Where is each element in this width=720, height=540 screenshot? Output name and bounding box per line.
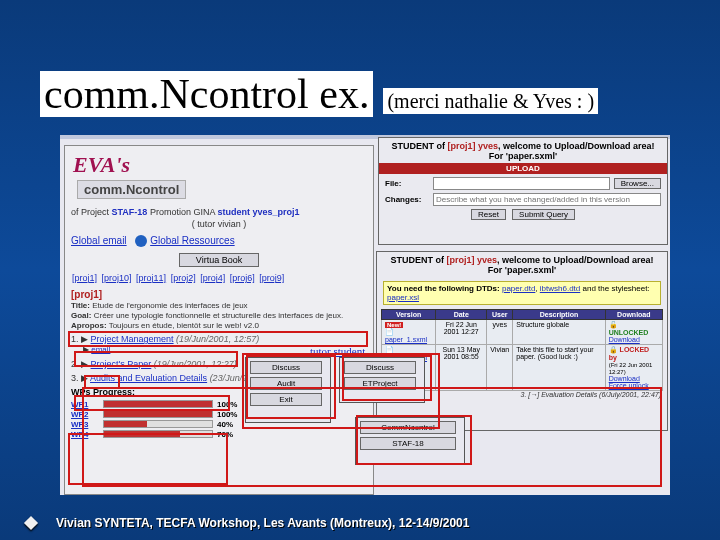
global-email-link[interactable]: Global email — [71, 235, 127, 246]
tab-proj2[interactable]: [proj2] — [171, 273, 196, 283]
project-tabs: [proj1] [proj10] [proj11] [proj2] [proj4… — [71, 273, 367, 283]
eva-subtitle: comm.Ncontrol — [77, 180, 186, 199]
file-label: File: — [385, 179, 433, 188]
tab-proj11[interactable]: [proj11] — [136, 273, 166, 283]
upload-bar: UPLOAD — [379, 163, 667, 174]
discuss-button-2[interactable]: Discuss — [344, 361, 416, 374]
project-line: of Project STAF-18 Promotion GINA studen… — [71, 207, 367, 229]
tutor-line: ( tutor vivian ) — [71, 219, 367, 229]
stylesheet-link[interactable]: paper.xsl — [387, 293, 419, 302]
globe-icon — [135, 235, 147, 247]
commncontrol-button[interactable]: CommNcontrol — [360, 421, 456, 434]
dtd-link-1[interactable]: paper.dtd — [502, 284, 535, 293]
discuss-button[interactable]: Discuss — [250, 361, 322, 374]
tab-proj9[interactable]: [proj9] — [259, 273, 284, 283]
popup-tutor: Discuss Audit Exit — [245, 357, 331, 423]
download-link[interactable]: Download — [609, 375, 640, 382]
bullet-icon — [24, 516, 38, 530]
unlocked-badge: 🔓 UNLOCKED — [609, 321, 649, 336]
new-badge: New! — [385, 322, 403, 328]
reset-button[interactable]: Reset — [471, 209, 506, 220]
projects-paper-link[interactable]: Project's Paper — [91, 359, 152, 369]
proj1-heading: [proj1] — [71, 289, 367, 300]
table-row: New!📄 paper_1.sxml Fri 22 Jun 2001 12:27… — [382, 320, 663, 345]
global-resources-link[interactable]: Global Ressources — [150, 235, 234, 246]
audit-button[interactable]: Audit — [250, 377, 322, 390]
dtd-link-2[interactable]: ibtwsh6.dtd — [540, 284, 580, 293]
tab-proj10[interactable]: [proj10] — [102, 273, 132, 283]
dtd-notice: You need the following DTDs: paper.dtd, … — [383, 281, 661, 305]
project-management-link[interactable]: Project Management — [91, 334, 174, 344]
staf18-button[interactable]: STAF-18 — [360, 437, 456, 450]
tab-proj4[interactable]: [proj4] — [200, 273, 225, 283]
submit-button[interactable]: Submit Query — [512, 209, 575, 220]
eval-details-strip: 3. [→] Evaluation Details (6/July/2001, … — [521, 391, 661, 398]
exit-button[interactable]: Exit — [250, 393, 322, 406]
etproject-button[interactable]: ETProject — [344, 377, 416, 390]
popup-student: Discuss ETProject — [339, 357, 425, 403]
audits-link[interactable]: Audits and Evaluation Details — [90, 373, 207, 383]
tab-proj1[interactable]: [proj1] — [72, 273, 97, 283]
changes-label: Changes: — [385, 195, 433, 204]
file-input[interactable] — [433, 177, 610, 190]
slide-subtitle: (merci nathalie & Yves : ) — [383, 88, 598, 114]
tab-proj6[interactable]: [proj6] — [230, 273, 255, 283]
eva-logo: EVA's — [73, 152, 365, 178]
tutor-student-legend: tutor student — [308, 345, 367, 357]
version-link[interactable]: paper_1.sxml — [385, 336, 427, 343]
upload-window: STUDENT of [proj1] yves, welcome to Uplo… — [378, 137, 668, 245]
changes-input[interactable] — [433, 193, 661, 206]
force-unlock-link[interactable]: Force unlock — [609, 382, 649, 389]
browse-button[interactable]: Browse... — [614, 178, 661, 189]
virtua-book-button[interactable]: Virtua Book — [179, 253, 259, 267]
download-link[interactable]: Download — [609, 336, 640, 343]
popup-nav: CommNcontrol STAF-18 — [355, 417, 465, 465]
slide-title: comm.Ncontrol ex. — [40, 71, 373, 117]
locked-badge: 🔒 LOCKED by — [609, 346, 650, 361]
footer-text: Vivian SYNTETA, TECFA Workshop, Les Avan… — [56, 516, 469, 530]
content-area: EVA's comm.Ncontrol of Project STAF-18 P… — [60, 135, 670, 495]
email-link[interactable]: email — [91, 345, 110, 354]
